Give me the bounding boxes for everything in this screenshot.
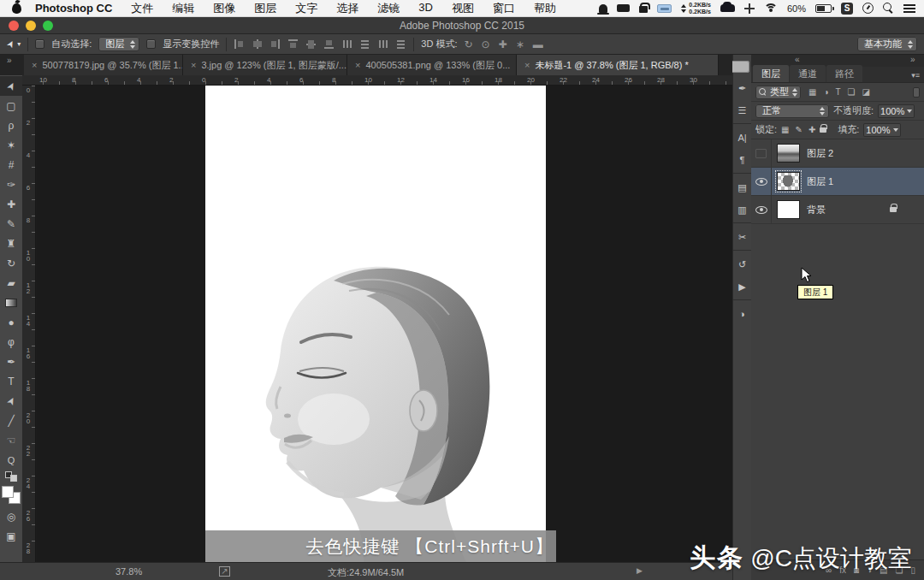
align-bottom-edges-icon[interactable]: [323, 38, 335, 50]
brush-presets-panel-icon[interactable]: ✒: [733, 77, 752, 99]
panel-menu-icon[interactable]: ▾≡: [911, 71, 924, 82]
history-panel-icon[interactable]: ↺: [733, 253, 752, 275]
path-selection-tool[interactable]: ➤: [0, 391, 22, 411]
menu-item-窗口[interactable]: 窗口: [493, 1, 515, 16]
lock-status-icon[interactable]: [639, 6, 648, 13]
healing-brush-tool[interactable]: ✚: [0, 194, 22, 214]
crop-tool[interactable]: #: [0, 155, 22, 175]
layer-thumbnail[interactable]: [777, 144, 800, 163]
auto-select-checkbox[interactable]: [35, 39, 44, 49]
align-horizontal-centers-icon[interactable]: [252, 38, 263, 50]
panel-tab-路径[interactable]: 路径: [826, 65, 862, 82]
expand-panels-icon[interactable]: »: [910, 55, 915, 64]
zoom-level-field[interactable]: 37.8%: [116, 566, 142, 577]
battery-icon[interactable]: [815, 4, 832, 13]
zoom-tool[interactable]: Q: [0, 450, 22, 470]
align-left-edges-icon[interactable]: [234, 38, 245, 50]
type-tool[interactable]: T: [0, 371, 22, 391]
current-tool-icon[interactable]: ➤▾: [7, 38, 21, 50]
export-icon[interactable]: ↗: [219, 566, 230, 577]
quick-mask-button[interactable]: ◎: [0, 506, 22, 526]
panel-tab-图层[interactable]: 图层: [753, 65, 789, 82]
distribute-vertical-icon[interactable]: [359, 38, 370, 50]
filter-type-dropdown[interactable]: 类型: [755, 86, 801, 99]
filter-adjustment-layers-icon[interactable]: ◑: [823, 87, 828, 97]
marquee-tool[interactable]: ▢: [0, 96, 22, 115]
notification-bell-icon[interactable]: [599, 4, 607, 13]
menu-item-帮助[interactable]: 帮助: [534, 1, 556, 16]
notification-center-icon[interactable]: [903, 4, 915, 13]
3d-pan-icon[interactable]: ✚: [499, 38, 507, 50]
dodge-tool[interactable]: φ: [0, 332, 22, 352]
eyedropper-tool[interactable]: ✑: [0, 175, 22, 194]
magic-wand-tool[interactable]: ✶: [0, 135, 22, 155]
auto-select-dropdown[interactable]: 图层: [98, 37, 139, 51]
brush-tool[interactable]: ✎: [0, 214, 22, 234]
eraser-tool[interactable]: ▰: [0, 273, 22, 293]
show-transform-checkbox[interactable]: [146, 39, 156, 49]
lock-paint-icon[interactable]: ✎: [796, 125, 803, 134]
align-top-edges-icon[interactable]: [287, 38, 299, 50]
filter-smart-objects-icon[interactable]: ◪: [862, 87, 870, 97]
lasso-tool[interactable]: ρ: [0, 115, 22, 135]
distribute-top-edges-icon[interactable]: [395, 38, 406, 50]
menu-item-选择[interactable]: 选择: [336, 1, 358, 16]
fill-field[interactable]: 100%: [863, 123, 900, 137]
status-options-arrow-icon[interactable]: ▶: [637, 566, 643, 575]
lock-all-icon[interactable]: [820, 127, 826, 133]
tab-close-icon[interactable]: ×: [355, 60, 360, 70]
menu-item-图像[interactable]: 图像: [213, 1, 235, 16]
blend-mode-dropdown[interactable]: 正常: [755, 104, 829, 118]
left-ruler[interactable]: 0246810121416182022242628: [22, 86, 36, 562]
move-anywhere-icon[interactable]: [744, 3, 755, 14]
layer-thumbnail[interactable]: [777, 200, 800, 219]
filter-switch-icon[interactable]: [913, 87, 920, 98]
tab-close-icon[interactable]: ×: [32, 60, 37, 70]
menu-item-视图[interactable]: 视图: [452, 1, 474, 16]
actions-panel-icon[interactable]: ▶: [733, 275, 752, 298]
info-panel-icon[interactable]: ▥: [733, 198, 752, 221]
lock-position-icon[interactable]: ✚: [808, 125, 815, 134]
minimize-window-button[interactable]: [26, 21, 36, 31]
blur-tool[interactable]: ●: [0, 312, 22, 332]
wifi-icon[interactable]: [764, 3, 778, 13]
pen-tool[interactable]: ✒: [0, 352, 22, 371]
time-machine-icon[interactable]: [862, 3, 874, 14]
workspace-dropdown[interactable]: 基本功能: [857, 37, 917, 51]
character-panel-icon[interactable]: A|: [733, 127, 752, 149]
move-tool[interactable]: ➤: [0, 76, 22, 96]
zoom-window-button[interactable]: [43, 21, 53, 31]
collapse-toolbar-icon[interactable]: »: [7, 56, 12, 65]
panel-tab-通道[interactable]: 通道: [790, 65, 826, 82]
layer-row[interactable]: 背景: [751, 196, 924, 224]
3d-orbit-icon[interactable]: ↻: [464, 38, 472, 50]
sogou-input-icon[interactable]: S: [841, 3, 853, 15]
line-tool[interactable]: ╱: [0, 411, 22, 430]
tool-presets-panel-icon[interactable]: ✂: [733, 226, 752, 248]
menu-item-文字[interactable]: 文字: [295, 1, 317, 16]
app-menu-title[interactable]: Photoshop CC: [35, 2, 112, 15]
menu-item-3D[interactable]: 3D: [418, 1, 433, 16]
hand-tool[interactable]: ☜: [0, 430, 22, 450]
color-swatches[interactable]: [2, 486, 21, 504]
align-right-edges-icon[interactable]: [270, 38, 281, 50]
align-vertical-centers-icon[interactable]: [305, 38, 317, 50]
tab-close-icon[interactable]: ×: [191, 60, 196, 70]
screen-record-icon[interactable]: [617, 4, 630, 12]
adjustments-panel-icon[interactable]: ☰: [733, 99, 752, 121]
input-source-icon[interactable]: [657, 4, 672, 13]
layer-row[interactable]: 图层 2: [751, 139, 924, 168]
filter-shape-layers-icon[interactable]: ❏: [848, 87, 856, 97]
menu-item-编辑[interactable]: 编辑: [172, 1, 194, 16]
visibility-toggle[interactable]: [751, 168, 772, 196]
3d-slide-icon[interactable]: ∗: [516, 38, 524, 50]
app-status-icon[interactable]: [720, 4, 735, 12]
spotlight-search-icon[interactable]: [883, 3, 894, 14]
swap-colors-icon[interactable]: [5, 471, 17, 482]
history-brush-tool[interactable]: ↻: [0, 253, 22, 273]
clone-stamp-tool[interactable]: ♜: [0, 234, 22, 253]
libraries-panel-icon[interactable]: ▤: [733, 176, 752, 198]
properties-panel-icon[interactable]: ◑: [733, 303, 752, 325]
3d-roll-icon[interactable]: ⊙: [482, 38, 490, 50]
distribute-horizontal-icon[interactable]: [341, 38, 352, 50]
